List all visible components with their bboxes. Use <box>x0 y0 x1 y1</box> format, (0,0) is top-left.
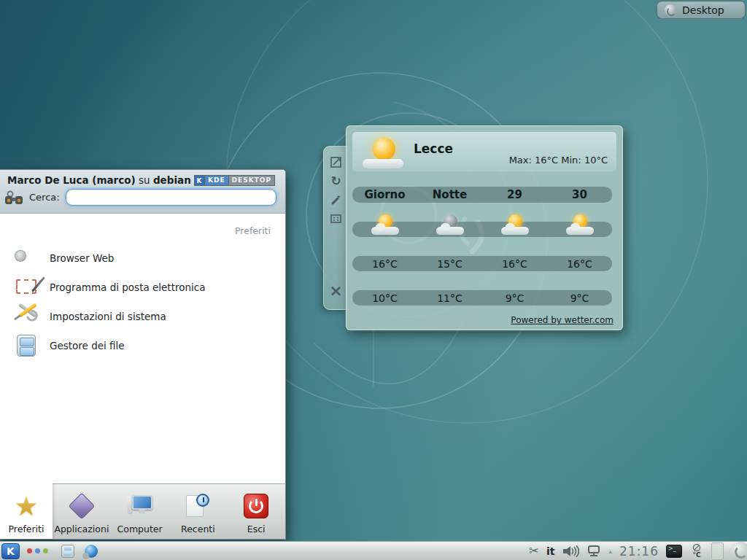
kickoff-header: Marco De Luca (marco) su debian K KDE DE… <box>0 170 285 214</box>
weather-city: Lecce <box>414 141 453 156</box>
sun-cloud-icon <box>363 138 403 168</box>
kickoff-search-row: Cerca: <box>4 189 276 206</box>
tray-expander-icon[interactable]: ▴ <box>608 548 612 555</box>
tab-computer[interactable]: Computer <box>111 484 169 539</box>
widget-options-icon[interactable] <box>330 212 343 225</box>
temp-high: 16°C <box>547 256 612 271</box>
mail-pen-icon <box>15 275 39 300</box>
sun-cloud-icon <box>371 214 400 236</box>
desktop-toolbox[interactable]: Desktop <box>657 1 746 19</box>
close-icon[interactable]: × <box>330 284 343 298</box>
system-tray: ✂ it ▴ 21:16 °C <box>529 542 747 560</box>
panel-cashew-icon[interactable] <box>731 542 747 560</box>
recent-document-clock-icon <box>183 491 212 521</box>
kde-desktop-badge: K KDE DESKTOP <box>194 175 275 186</box>
terminal-icon[interactable] <box>666 545 682 558</box>
tab-esci[interactable]: Esci <box>227 484 285 539</box>
temp-high: 15°C <box>417 256 482 271</box>
power-icon <box>241 491 271 521</box>
bottom-panel: K ✂ it ▴ 21:16 <box>0 541 747 560</box>
temp-low: 11°C <box>417 290 482 306</box>
star-icon: ★ <box>12 491 41 521</box>
temp-high: 16°C <box>352 256 417 271</box>
tab-recenti[interactable]: Recenti <box>169 484 228 539</box>
menu-item-email[interactable]: Programma di posta elettronica <box>10 273 275 302</box>
menu-item-file-manager[interactable]: Gestore dei file <box>10 331 275 360</box>
temp-low: 9°C <box>482 290 547 306</box>
weather-header: Lecce Max: 16°C Min: 10°C <box>352 132 616 171</box>
computer-icon <box>125 491 155 521</box>
col-notte: Notte <box>417 187 482 203</box>
rotate-icon[interactable]: ↻ <box>330 174 343 187</box>
weather-widget[interactable]: Lecce Max: 16°C Min: 10°C Giorno Notte 2… <box>346 125 623 330</box>
crossed-tools-icon <box>15 304 39 329</box>
diamond-icon <box>67 491 96 521</box>
kickoff-tab-bar: ★ Preferiti Applicazioni Computer Recent… <box>0 483 285 539</box>
kickoff-favorites-view: Preferiti Browser Web Programma di posta… <box>0 214 285 483</box>
col-29: 29 <box>482 187 547 203</box>
kickoff-menu: Marco De Luca (marco) su debian K KDE DE… <box>0 169 286 540</box>
keyboard-layout-indicator[interactable]: it <box>546 545 555 557</box>
browser-launcher-icon[interactable] <box>85 545 98 558</box>
file-manager-launcher-icon[interactable] <box>61 545 74 558</box>
section-label-preferiti: Preferiti <box>10 219 275 244</box>
tab-applicazioni[interactable]: Applicazioni <box>53 484 111 539</box>
dot-blue[interactable] <box>35 548 40 553</box>
kde-menu-button[interactable]: K <box>1 543 20 559</box>
temp-low: 9°C <box>547 290 612 306</box>
quick-launch <box>61 545 98 558</box>
weather-maxmin: Max: 16°C Min: 10°C <box>509 155 608 166</box>
widget-handle[interactable]: ↻ × <box>323 146 348 310</box>
weather-tray-icon[interactable]: °C <box>689 543 704 559</box>
binoculars-search-icon <box>4 190 23 206</box>
weather-column-headers: Giorno Notte 29 30 <box>352 187 612 203</box>
plasma-cashew-icon <box>665 4 676 16</box>
weather-low-temps: 10°C 11°C 9°C 9°C <box>352 290 612 306</box>
tab-preferiti[interactable]: ★ Preferiti <box>0 480 53 539</box>
col-giorno: Giorno <box>352 187 417 203</box>
kde-logo-icon: K <box>195 176 205 185</box>
resize-icon[interactable] <box>330 155 343 168</box>
menu-item-system-settings[interactable]: Impostazioni di sistema <box>10 302 275 331</box>
desktop-toolbox-label: Desktop <box>682 4 724 16</box>
volume-icon[interactable] <box>562 545 579 557</box>
temp-low: 10°C <box>352 290 417 306</box>
weather-icons-row <box>352 222 612 237</box>
weather-credit-link[interactable]: Powered by wetter.com <box>511 315 614 325</box>
configure-wrench-icon[interactable] <box>330 193 343 206</box>
temp-high: 16°C <box>482 256 547 271</box>
moon-cloud-icon <box>436 214 465 236</box>
digital-clock[interactable]: 21:16 <box>619 544 659 559</box>
desktop: Desktop ↻ × Lecce Max: 16°C Min: 10°C Gi… <box>0 0 747 560</box>
dot-red[interactable] <box>27 548 32 553</box>
search-input[interactable] <box>66 189 276 206</box>
sun-cloud-icon <box>565 214 595 236</box>
menu-item-browser-web[interactable]: Browser Web <box>10 244 275 273</box>
globe-gear-icon <box>15 246 39 271</box>
dot-green[interactable] <box>43 548 48 553</box>
col-30: 30 <box>547 187 612 203</box>
network-monitor-icon[interactable] <box>587 545 601 557</box>
file-cabinet-icon <box>15 333 39 358</box>
search-label: Cerca: <box>29 192 60 203</box>
clipboard-scissors-icon[interactable]: ✂ <box>529 545 539 557</box>
weather-high-temps: 16°C 15°C 16°C 16°C <box>352 256 612 271</box>
sun-cloud-icon <box>500 214 530 236</box>
panel-mini-widget[interactable] <box>711 542 724 560</box>
pager-dots[interactable] <box>27 548 48 553</box>
